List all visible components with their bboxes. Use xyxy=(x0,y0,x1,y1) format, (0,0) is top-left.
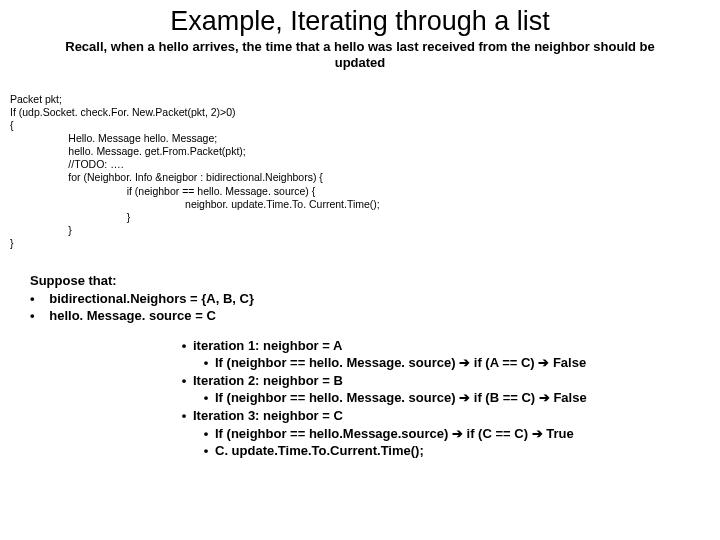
bullet-icon: • xyxy=(30,307,42,325)
iteration-row: •Iteration 2: neighbor = B xyxy=(175,372,720,390)
arrow-icon: ➔ xyxy=(459,390,470,405)
code-line: neighbor. update.Time.To. Current.Time()… xyxy=(10,198,380,210)
code-line: //TODO: …. xyxy=(10,158,124,170)
iteration-sub: •If (neighbor == hello.Message.source) ➔… xyxy=(197,425,720,443)
code-line: } xyxy=(10,211,130,223)
bullet-icon: • xyxy=(30,290,42,308)
bullet-icon: • xyxy=(175,407,193,425)
code-line: Hello. Message hello. Message; xyxy=(10,132,217,144)
code-line: { xyxy=(10,119,14,131)
bullet-icon: • xyxy=(197,389,215,407)
code-line: if (neighbor == hello. Message. source) … xyxy=(10,185,315,197)
code-line: Packet pkt; xyxy=(10,93,62,105)
iteration-sub: •If (neighbor == hello. Message. source)… xyxy=(197,389,720,407)
arrow-icon: ➔ xyxy=(452,426,463,441)
suppose-item: • bidirectional.Neighors = {A, B, C} xyxy=(30,290,720,308)
bullet-icon: • xyxy=(197,425,215,443)
arrow-icon: ➔ xyxy=(539,390,550,405)
slide-subtitle: Recall, when a hello arrives, the time t… xyxy=(60,39,660,72)
code-line: for (Neighbor. Info &neigbor : bidirecti… xyxy=(10,171,323,183)
code-block: Packet pkt; If (udp.Socket. check.For. N… xyxy=(10,80,720,251)
code-line: If (udp.Socket. check.For. New.Packet(pk… xyxy=(10,106,236,118)
arrow-icon: ➔ xyxy=(459,355,470,370)
iteration-sub: •If (neighbor == hello. Message. source)… xyxy=(197,354,720,372)
suppose-item: • hello. Message. source = C xyxy=(30,307,720,325)
bullet-icon: • xyxy=(197,354,215,372)
iteration-sub: •C. update.Time.To.Current.Time(); xyxy=(197,442,720,460)
iterations-block: •iteration 1: neighbor = A •If (neighbor… xyxy=(175,337,720,460)
bullet-icon: • xyxy=(197,442,215,460)
suppose-heading: Suppose that: xyxy=(30,272,720,290)
bullet-icon: • xyxy=(175,372,193,390)
suppose-block: Suppose that: • bidirectional.Neighors =… xyxy=(30,272,720,325)
bullet-icon: • xyxy=(175,337,193,355)
code-line: hello. Message. get.From.Packet(pkt); xyxy=(10,145,246,157)
arrow-icon: ➔ xyxy=(538,355,549,370)
code-line: } xyxy=(10,224,72,236)
iteration-row: •iteration 1: neighbor = A xyxy=(175,337,720,355)
slide-title: Example, Iterating through a list xyxy=(0,6,720,37)
iteration-row: •Iteration 3: neighbor = C xyxy=(175,407,720,425)
arrow-icon: ➔ xyxy=(532,426,543,441)
code-line: } xyxy=(10,237,14,249)
